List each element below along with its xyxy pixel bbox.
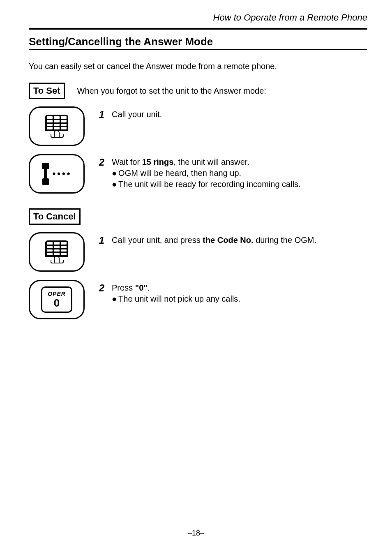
keypad-icon — [29, 232, 85, 272]
section-title: Setting/Cancelling the Answer Mode — [29, 35, 367, 48]
top-rule — [29, 28, 367, 30]
to-set-description: When you forgot to set the unit to the A… — [77, 86, 266, 96]
text-fragment: Call your unit, and press — [112, 235, 203, 245]
page-number: –18– — [0, 529, 392, 538]
oper-label: OPER — [48, 291, 66, 297]
to-set-step-1: 1 Call your unit. — [29, 106, 367, 146]
intro-text: You can easily set or cancel the Answer … — [29, 62, 367, 71]
step-number: 2 — [92, 154, 104, 168]
step-number: 1 — [92, 106, 104, 120]
bullet-icon: ● — [112, 179, 117, 190]
to-cancel-header-row: To Cancel — [29, 208, 367, 225]
title-underline — [29, 49, 367, 50]
oper-digit: 0 — [54, 298, 60, 308]
text-fragment: Press — [112, 283, 135, 292]
step-number: 1 — [92, 232, 104, 246]
step-text: Press "0". ●The unit will not pick up an… — [112, 280, 240, 305]
bullet-text: The unit will not pick up any calls. — [118, 293, 240, 305]
bullet-icon: ● — [112, 168, 117, 179]
to-set-label: To Set — [29, 83, 65, 99]
running-header: How to Operate from a Remote Phone — [29, 12, 367, 23]
bold-fragment: "0" — [135, 283, 148, 292]
keypad-icon — [29, 106, 85, 146]
text-fragment: during the OGM. — [254, 235, 316, 245]
to-cancel-step-2: OPER 0 2 Press "0". ●The unit will not p… — [29, 280, 367, 319]
bold-fragment: the Code No. — [203, 235, 253, 245]
text-fragment: , the unit will answer. — [173, 157, 249, 166]
to-cancel-step-1: 1 Call your unit, and press the Code No.… — [29, 232, 367, 272]
to-cancel-label: To Cancel — [29, 208, 81, 225]
bullet-text: OGM will be heard, then hang up. — [118, 168, 241, 179]
text-fragment: Wait for — [112, 157, 142, 166]
bullet-icon: ● — [112, 293, 117, 305]
bullet-text: The unit will be ready for recording inc… — [118, 179, 301, 190]
bold-fragment: 15 rings — [142, 157, 174, 166]
handset-ringing-icon: •••• — [29, 154, 85, 194]
text-fragment: . — [148, 283, 150, 292]
oper-zero-key-icon: OPER 0 — [29, 280, 85, 319]
step-number: 2 — [92, 280, 104, 294]
step-text: Call your unit. — [112, 106, 162, 120]
to-set-header-row: To Set When you forgot to set the unit t… — [29, 83, 367, 99]
step-text: Call your unit, and press the Code No. d… — [112, 232, 316, 246]
step-text: Wait for 15 rings, the unit will answer.… — [112, 154, 301, 190]
to-set-step-2: •••• 2 Wait for 15 rings, the unit will … — [29, 154, 367, 194]
